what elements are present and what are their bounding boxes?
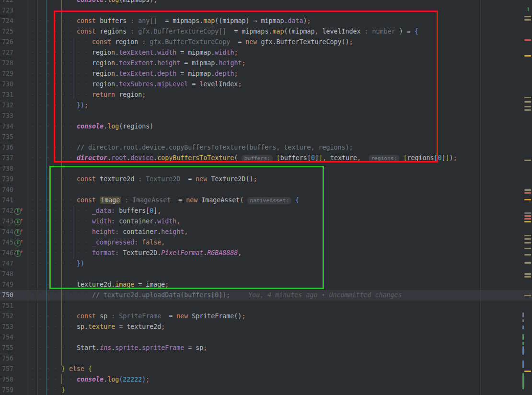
line-number[interactable]: 723 [2,5,18,16]
line-number[interactable]: 754 [2,332,18,343]
error-stripe-mark[interactable] [524,212,531,214]
code-token: () [234,313,242,320]
line-number[interactable]: 756 [2,353,18,364]
line-number[interactable]: 747 [2,258,18,269]
error-stripe-mark[interactable] [524,109,531,111]
error-stripe-mark[interactable] [524,215,531,217]
error-stripe-mark[interactable] [524,238,531,240]
code-line[interactable]: 753· · · · · · sp.texture = texture2d; [0,322,532,332]
error-stripe-mark[interactable] [528,7,529,11]
line-number[interactable]: 725 [2,26,18,37]
code-line[interactable]: 750· · · · · · · · // texture2d.uploadDa… [0,290,532,301]
error-stripe-mark[interactable] [524,242,531,244]
code-line[interactable]: 754 [0,332,532,343]
error-stripe-mark[interactable] [522,313,524,317]
line-number[interactable]: 750 [2,290,18,301]
line-number[interactable]: 726 [2,37,18,47]
code-token: // texture2d.uploadData(buffers[0]); [92,291,230,299]
line-number[interactable]: 732 [2,100,18,111]
line-number[interactable]: 730 [2,79,18,90]
code-token: . [111,344,115,351]
error-stripe-mark[interactable] [524,55,531,57]
line-number[interactable]: 757 [2,364,18,374]
code-line[interactable]: 752· · · · · · const sp : SpriteFrame = … [0,311,532,322]
line-number[interactable]: 749 [2,279,18,290]
line-number[interactable]: 741 [2,195,18,206]
navigate-to-super-arrow-icon[interactable]: ↑ [20,228,23,233]
error-stripe-mark[interactable] [524,295,531,296]
line-number[interactable]: 751 [2,301,18,311]
line-number[interactable]: 759 [2,385,18,395]
error-stripe-mark[interactable] [524,189,531,191]
code-line[interactable]: 756 [0,353,532,364]
line-number[interactable]: 738 [2,163,18,174]
error-stripe-mark[interactable] [524,248,531,249]
code-editor[interactable]: 722· · · · · · console.log(mipmaps);7237… [0,0,532,395]
code-line[interactable]: 758· · · · · · console.log(22222); [0,374,532,385]
line-number[interactable]: 748 [2,269,18,279]
navigate-to-super-arrow-icon[interactable]: ↑ [20,238,23,244]
error-stripe-mark[interactable] [524,371,531,372]
line-number[interactable]: 755 [2,343,18,353]
error-stripe-mark[interactable] [524,218,531,220]
error-stripe-mark[interactable] [524,273,531,275]
line-number[interactable]: 722 [2,0,18,5]
code-line[interactable]: 751 [0,301,532,311]
code-token: texture [88,323,115,330]
line-number[interactable]: 724 [2,16,18,26]
error-stripe-mark[interactable] [522,346,524,355]
code-line[interactable]: 722· · · · · · console.log(mipmaps); [0,0,532,5]
error-stripe-mark[interactable] [524,276,531,278]
line-number[interactable]: 735 [2,132,18,142]
line-number[interactable]: 728 [2,58,18,69]
line-number[interactable]: 731 [2,90,18,100]
code-line[interactable]: 755· · · · · · Start.ins.sprite.spriteFr… [0,343,532,353]
error-stripe-mark[interactable] [524,254,531,256]
code-line[interactable]: 759· · · · } [0,385,532,395]
error-stripe-mark[interactable] [524,160,531,161]
error-stripe-mark[interactable] [524,235,531,236]
line-number[interactable]: 753 [2,322,18,332]
code-token: { [88,365,92,372]
code-token: console [77,0,104,3]
editor-right-divider [480,0,481,395]
error-stripe-mark[interactable] [522,373,524,389]
error-stripe-mark[interactable] [524,192,531,194]
code-text: · · · · } [31,385,65,395]
code-token: ; [146,376,150,383]
line-number[interactable]: 736 [2,142,18,153]
error-stripe-mark[interactable] [524,221,531,222]
error-stripe-mark[interactable] [522,334,524,340]
line-number[interactable]: 727 [2,47,18,58]
code-token: : SpriteFrame [111,313,165,320]
navigate-to-super-arrow-icon[interactable]: ↑ [20,207,23,212]
error-stripe-mark[interactable] [522,342,524,345]
error-stripe-mark[interactable] [524,106,531,107]
line-number[interactable]: 758 [2,374,18,385]
error-stripe-mark[interactable] [524,97,531,98]
navigate-to-super-arrow-icon[interactable]: ↑ [20,249,23,255]
annotation-green-box [49,166,324,289]
code-text: · · · · · · Start.ins.sprite.spriteFrame… [31,343,207,353]
code-token: } [61,365,69,372]
line-number[interactable]: 734 [2,121,18,132]
error-stripe-mark[interactable] [524,101,531,103]
error-stripe-mark[interactable] [522,319,524,322]
line-number[interactable]: 737 [2,153,18,163]
line-number[interactable]: 752 [2,311,18,322]
error-stripe-mark[interactable] [524,199,531,200]
code-text: · · · · · · console.log(mipmaps); [31,0,157,5]
code-token: mipmaps [123,0,150,3]
code-line[interactable]: 757· · · · } else { [0,364,532,374]
line-number[interactable]: 729 [2,69,18,79]
line-number[interactable]: 740 [2,185,18,195]
error-stripe-mark[interactable] [524,262,531,264]
line-number[interactable]: 739 [2,174,18,185]
error-stripe-mark[interactable] [524,19,531,21]
error-stripe-mark[interactable] [522,360,524,368]
line-number[interactable]: 733 [2,111,18,121]
error-stripe-mark[interactable] [524,39,531,41]
error-stripe-mark[interactable] [522,325,524,329]
error-stripe-mark[interactable] [524,16,531,17]
navigate-to-super-arrow-icon[interactable]: ↑ [20,217,23,223]
